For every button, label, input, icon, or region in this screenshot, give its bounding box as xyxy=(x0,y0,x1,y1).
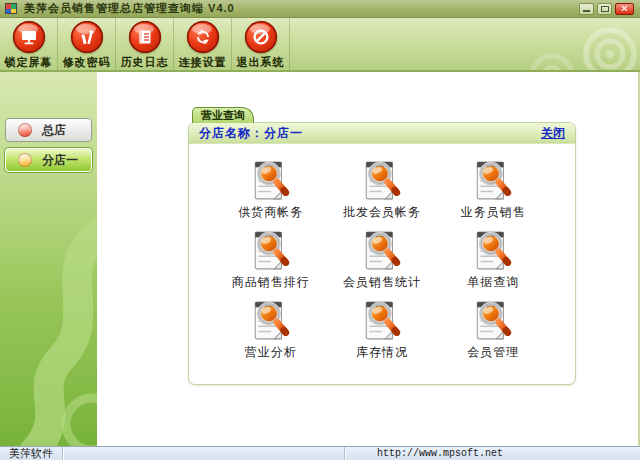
tile-product-sales-ranking[interactable]: 商品销售排行 xyxy=(215,230,326,291)
branch-name-title: 分店名称：分店一 xyxy=(199,125,303,142)
app-logo-icon xyxy=(5,3,17,14)
sidebar-button-branch-one[interactable]: 分店一 xyxy=(5,148,92,172)
close-button[interactable]: ✕ xyxy=(615,3,634,15)
query-grid: 供货商帐务 批发会员帐务 业务员销售 商品销售排行 会员销售统计 xyxy=(189,144,575,361)
tile-document-query[interactable]: 单据查询 xyxy=(438,230,549,291)
close-icon: ✕ xyxy=(620,4,628,14)
toolbar-label: 连接设置 xyxy=(179,55,227,70)
tile-label: 业务员销售 xyxy=(461,204,526,221)
window-controls: ✕ xyxy=(579,3,634,15)
tile-inventory-status[interactable]: 库存情况 xyxy=(326,300,437,361)
tile-label: 库存情况 xyxy=(356,344,408,361)
panel-header: 分店名称：分店一 关闭 xyxy=(189,123,575,144)
tile-label: 供货商帐务 xyxy=(238,204,303,221)
tile-label: 商品销售排行 xyxy=(232,274,310,291)
document-magnifier-icon xyxy=(361,300,403,342)
tile-business-analysis[interactable]: 营业分析 xyxy=(215,300,326,361)
toolbar: 锁定屏幕 修改密码 历史日志 xyxy=(0,18,640,72)
query-panel: 分店名称：分店一 关闭 供货商帐务 批发会员帐务 业务员销售 xyxy=(188,122,576,385)
tile-wholesale-member-accounts[interactable]: 批发会员帐务 xyxy=(326,160,437,221)
toolbar-button-connection-settings[interactable]: A B 连接设置 xyxy=(174,18,232,70)
title-bar: 美萍会员销售管理总店管理查询端 V4.0 ✕ xyxy=(0,0,640,18)
toolbar-label: 退出系统 xyxy=(237,55,285,70)
toolbar-label: 历史日志 xyxy=(121,55,169,70)
sidebar: 总店 分店一 xyxy=(0,72,97,446)
document-magnifier-icon xyxy=(250,300,292,342)
main-content: 营业查询 分店名称：分店一 关闭 供货商帐务 批发会员帐务 业务员销售 xyxy=(97,72,640,446)
tab-business-query[interactable]: 营业查询 xyxy=(192,107,254,123)
restore-icon xyxy=(601,6,609,12)
status-bar: 美萍软件 http://www.mpsoft.net xyxy=(0,446,640,460)
document-magnifier-icon xyxy=(472,230,514,272)
minimize-button[interactable] xyxy=(579,3,594,15)
toolbar-label: 锁定屏幕 xyxy=(5,55,53,70)
tile-salesperson-sales[interactable]: 业务员销售 xyxy=(438,160,549,221)
toolbar-button-change-password[interactable]: 修改密码 xyxy=(58,18,116,70)
tile-label: 单据查询 xyxy=(467,274,519,291)
document-magnifier-icon xyxy=(250,230,292,272)
change-password-tools-icon xyxy=(71,21,103,53)
document-magnifier-icon xyxy=(250,160,292,202)
document-magnifier-icon xyxy=(361,160,403,202)
statusbar-vendor: 美萍软件 xyxy=(0,447,63,460)
statusbar-spacer xyxy=(63,447,345,460)
tile-label: 营业分析 xyxy=(245,344,297,361)
restore-button[interactable] xyxy=(597,3,612,15)
toolbar-button-lock-screen[interactable]: 锁定屏幕 xyxy=(0,18,58,70)
toolbar-label: 修改密码 xyxy=(63,55,111,70)
toolbar-button-history-log[interactable]: 历史日志 xyxy=(116,18,174,70)
lock-screen-monitor-icon xyxy=(13,21,45,53)
history-log-book-icon xyxy=(129,21,161,53)
red-ball-icon xyxy=(18,123,32,137)
tile-supplier-accounts[interactable]: 供货商帐务 xyxy=(215,160,326,221)
connection-settings-sync-icon: A B xyxy=(187,21,219,53)
app-window: 美萍会员销售管理总店管理查询端 V4.0 ✕ 锁定屏幕 xyxy=(0,0,640,460)
tile-label: 会员销售统计 xyxy=(343,274,421,291)
document-magnifier-icon xyxy=(361,230,403,272)
tile-label: 批发会员帐务 xyxy=(343,204,421,221)
statusbar-url: http://www.mpsoft.net xyxy=(345,447,640,460)
tile-member-sales-stats[interactable]: 会员销售统计 xyxy=(326,230,437,291)
window-title: 美萍会员销售管理总店管理查询端 V4.0 xyxy=(24,1,235,16)
document-magnifier-icon xyxy=(472,160,514,202)
decorative-rings xyxy=(510,18,640,72)
tile-member-management[interactable]: 会员管理 xyxy=(438,300,549,361)
sidebar-button-label: 总店 xyxy=(42,122,66,139)
sidebar-button-head-office[interactable]: 总店 xyxy=(5,118,92,142)
orange-ball-icon xyxy=(18,153,32,167)
minimize-icon xyxy=(583,10,590,12)
tile-label: 会员管理 xyxy=(467,344,519,361)
sidebar-button-label: 分店一 xyxy=(42,152,78,169)
close-link[interactable]: 关闭 xyxy=(541,125,565,142)
document-magnifier-icon xyxy=(472,300,514,342)
exit-system-prohibition-icon xyxy=(245,21,277,53)
toolbar-button-exit-system[interactable]: 退出系统 xyxy=(232,18,290,70)
